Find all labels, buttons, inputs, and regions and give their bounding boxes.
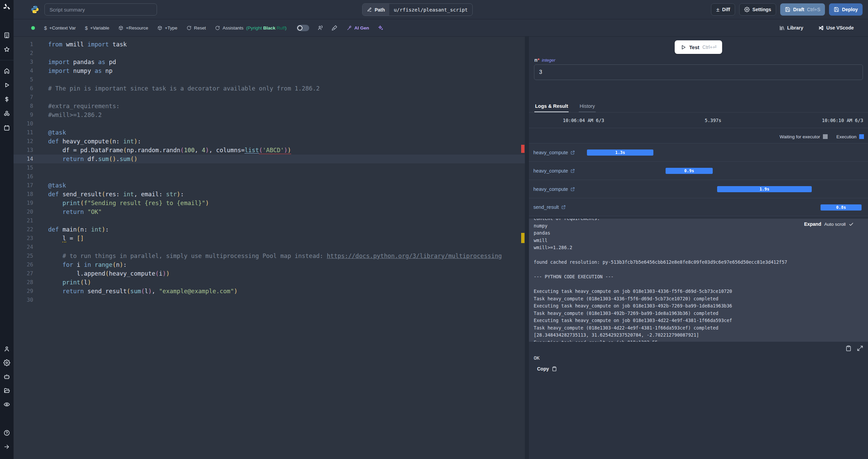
variables-dollar-icon[interactable] — [3, 96, 10, 103]
line-number: 30 — [14, 296, 33, 304]
format-paintbrush-icon[interactable] — [332, 25, 338, 31]
runs-play-icon[interactable] — [3, 82, 10, 88]
timeline-task-link[interactable]: heavy_compute — [533, 143, 575, 161]
log-expand-button[interactable]: Expand — [804, 221, 821, 227]
copy-clipboard-icon[interactable] — [845, 345, 852, 352]
reset-button[interactable]: Reset — [186, 25, 206, 31]
line-number: 15 — [14, 163, 33, 172]
package-icon — [118, 25, 123, 31]
timeline-task-link[interactable]: heavy_compute — [533, 162, 575, 180]
run-meta-row: 10:06:04 AM 6/3 5.397s 10:06:10 AM 6/3 — [529, 113, 868, 128]
legend-waiting-swatch — [823, 134, 828, 139]
path-value[interactable]: u/rfiszel/pleasant_script — [389, 4, 472, 16]
timeline-task-link[interactable]: heavy_compute — [533, 180, 575, 198]
code-line: 10 — [14, 119, 525, 128]
code-text: print(f"Sending result {res} to {email}"… — [48, 199, 209, 207]
arg-n-input[interactable] — [534, 64, 863, 80]
settings-gear-icon[interactable] — [3, 359, 10, 366]
tab-logs-and-result[interactable]: Logs & Result — [534, 100, 569, 112]
line-number: 8 — [14, 102, 33, 111]
use-vscode-button[interactable]: Use VScode — [818, 25, 854, 31]
code-editor[interactable]: 1from wmill import task23import pandas a… — [14, 37, 525, 459]
add-type-button[interactable]: +Type — [157, 25, 177, 31]
resources-boxes-icon[interactable] — [3, 110, 10, 117]
diff-button[interactable]: ± Diff — [711, 3, 735, 16]
ai-gen-label: AI Gen — [354, 25, 369, 31]
workers-robot-icon[interactable] — [3, 373, 10, 380]
script-summary-input[interactable] — [44, 3, 157, 16]
sparkles-icon[interactable] — [377, 25, 383, 31]
execution-timeline: heavy_compute1.3sheavy_compute0.9sheavy_… — [529, 143, 868, 216]
dollar-icon: $ — [44, 25, 47, 31]
code-text: # The pin is important since task is a d… — [48, 84, 320, 93]
line-number: 14 — [14, 155, 33, 163]
settings-button[interactable]: Settings — [739, 3, 776, 16]
code-text: def heavy_compute(n: int): — [48, 137, 141, 146]
language-status-dot — [31, 26, 35, 30]
add-resource-button[interactable]: +Resource — [118, 25, 148, 31]
line-number: 5 — [14, 75, 33, 84]
log-output[interactable]: content of requirements: numpy pandas wm… — [529, 219, 868, 342]
line-number: 2 — [14, 49, 33, 58]
line-number: 13 — [14, 146, 33, 155]
folders-icon[interactable] — [3, 387, 10, 394]
help-icon[interactable] — [3, 430, 10, 436]
draft-button[interactable]: Draft Ctrl+S — [780, 3, 825, 16]
code-line: 4import numpy as np — [14, 66, 525, 75]
fullscreen-icon[interactable] — [857, 345, 863, 352]
line-number: 11 — [14, 128, 33, 137]
windmill-logo-icon[interactable] — [3, 3, 11, 11]
ai-gen-button[interactable]: AI Gen — [347, 25, 369, 31]
panel-resize-handle[interactable] — [525, 37, 529, 459]
log-autoscroll-toggle[interactable]: Auto scroll — [824, 222, 846, 227]
overview-ruler[interactable] — [521, 37, 525, 459]
variable-label: +Variable — [90, 25, 109, 31]
external-link-icon — [561, 205, 566, 209]
vim-mode-toggle[interactable] — [297, 25, 309, 31]
path-label: Path — [375, 7, 385, 13]
line-number: 4 — [14, 66, 33, 75]
tab-history[interactable]: History — [579, 100, 595, 112]
schedules-calendar-icon[interactable] — [3, 124, 10, 131]
copy-label: Copy — [537, 366, 549, 372]
assistants-status: (Pyright Black Ruff) — [246, 25, 287, 31]
add-variable-button[interactable]: $ +Variable — [85, 25, 110, 31]
add-context-var-button[interactable]: $ +Context Var — [44, 25, 76, 31]
pencil-icon — [367, 7, 372, 12]
assistants-label: Assistants — [222, 25, 243, 31]
code-line: 25 # to run things in parallel, simply u… — [14, 252, 525, 260]
python-language-icon — [31, 5, 39, 14]
copy-result-button[interactable]: Copy — [537, 366, 557, 372]
workspace-building-icon[interactable] — [3, 32, 10, 39]
code-line: 26 for i in range(n): — [14, 260, 525, 269]
code-text: print(l) — [48, 278, 91, 287]
code-line: 12def heavy_compute(n: int): — [14, 137, 525, 146]
assistants-button[interactable]: Assistants — [215, 25, 243, 31]
collaborators-users-icon[interactable] — [317, 25, 323, 31]
type-label: +Type — [165, 25, 177, 31]
audit-eye-icon[interactable] — [3, 401, 10, 408]
line-number: 20 — [14, 207, 33, 216]
path-group: Path u/rfiszel/pleasant_script — [362, 3, 473, 16]
code-line: 28 print(l) — [14, 278, 525, 287]
code-area[interactable]: 1from wmill import task23import pandas a… — [14, 37, 525, 459]
copy-clipboard-icon — [552, 366, 557, 372]
deploy-button[interactable]: Deploy — [829, 3, 863, 16]
library-icon — [779, 25, 785, 31]
home-icon[interactable] — [3, 67, 10, 74]
line-number: 7 — [14, 93, 33, 102]
external-link-icon — [570, 187, 575, 192]
refresh-icon — [186, 25, 192, 31]
timeline-task-link[interactable]: send_result — [533, 198, 566, 216]
code-text: df = pd.DataFrame(np.random.randn(100, 4… — [48, 146, 291, 155]
assistants-status-pyright: Pyright — [248, 25, 262, 31]
collapse-arrow-right-icon[interactable] — [3, 443, 10, 450]
play-icon — [680, 44, 686, 50]
edit-path-button[interactable]: Path — [362, 4, 389, 16]
test-button[interactable]: Test Ctrl+⏎ — [675, 40, 722, 54]
editor-toolbar: $ +Context Var $ +Variable +Resource +Ty… — [14, 19, 868, 37]
code-line: 9#wmill>=1.286.2 — [14, 111, 525, 119]
favorites-star-icon[interactable] — [3, 46, 10, 53]
users-person-icon[interactable] — [3, 345, 10, 352]
library-button[interactable]: Library — [779, 25, 803, 31]
